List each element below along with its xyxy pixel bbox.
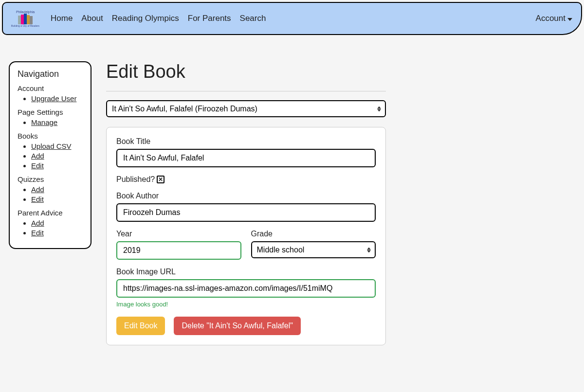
brand-top-text: Philadelphia	[16, 10, 35, 14]
sidebar: Navigation Account Upgrade User Page Set…	[9, 61, 91, 249]
sidebar-item-upload-csv[interactable]: Upload CSV	[31, 142, 72, 150]
sidebar-section-books: Books	[18, 132, 83, 140]
sidebar-title: Navigation	[18, 69, 83, 79]
top-navbar: Philadelphia Building a City of Readers …	[2, 2, 582, 35]
nav-links: Home About Reading Olympics For Parents …	[51, 14, 266, 23]
book-title-input[interactable]	[116, 149, 376, 167]
edit-book-button[interactable]: Edit Book	[116, 317, 165, 335]
book-author-label: Book Author	[116, 192, 376, 200]
sidebar-item-quizzes-edit[interactable]: Edit	[31, 195, 44, 203]
year-label: Year	[116, 230, 241, 238]
sidebar-section-parent-advice: Parent Advice	[18, 209, 83, 217]
book-select[interactable]: It Ain't So Awful, Falafel (Firoozeh Dum…	[106, 100, 386, 117]
account-label: Account	[536, 14, 566, 23]
account-dropdown[interactable]: Account	[536, 14, 572, 23]
sidebar-item-quizzes-add[interactable]: Add	[31, 185, 44, 194]
nav-link-search[interactable]: Search	[240, 14, 266, 23]
book-title-label: Book Title	[116, 137, 376, 146]
edit-book-form: Book Title Published? ✕ Book Author Year…	[106, 127, 386, 345]
brand-logo[interactable]: Philadelphia Building a City of Readers	[12, 7, 39, 30]
page-title: Edit Book	[106, 61, 386, 82]
year-input[interactable]	[116, 241, 241, 260]
nav-link-for-parents[interactable]: For Parents	[188, 14, 231, 23]
published-label: Published?	[116, 175, 155, 184]
grade-select[interactable]: Middle school	[251, 241, 376, 258]
sidebar-item-manage[interactable]: Manage	[31, 118, 57, 126]
nav-link-reading-olympics[interactable]: Reading Olympics	[112, 14, 179, 23]
sidebar-section-quizzes: Quizzes	[18, 175, 83, 183]
image-url-input[interactable]	[116, 279, 376, 298]
book-author-input[interactable]	[116, 203, 376, 222]
sidebar-item-parent-advice-edit[interactable]: Edit	[31, 229, 44, 237]
sidebar-item-books-add[interactable]: Add	[31, 152, 44, 160]
nav-link-home[interactable]: Home	[51, 14, 73, 23]
sidebar-item-parent-advice-add[interactable]: Add	[31, 219, 44, 227]
image-url-label: Book Image URL	[116, 267, 376, 276]
chevron-down-icon	[567, 18, 572, 21]
main-content: Edit Book It Ain't So Awful, Falafel (Fi…	[106, 61, 386, 345]
divider	[106, 91, 386, 91]
brand-books-icon	[18, 14, 33, 24]
sidebar-item-books-edit[interactable]: Edit	[31, 161, 44, 170]
published-checkbox[interactable]: ✕	[157, 176, 164, 183]
image-valid-message: Image looks good!	[116, 301, 376, 308]
sidebar-section-page-settings: Page Settings	[18, 108, 83, 116]
delete-book-button[interactable]: Delete "It Ain't So Awful, Falafel"	[174, 317, 300, 335]
nav-link-about[interactable]: About	[81, 14, 103, 23]
brand-bottom-text: Building a City of Readers	[11, 24, 39, 27]
book-select-wrapper: It Ain't So Awful, Falafel (Firoozeh Dum…	[106, 100, 386, 117]
grade-label: Grade	[251, 230, 376, 238]
sidebar-item-upgrade-user[interactable]: Upgrade User	[31, 94, 76, 103]
sidebar-section-account: Account	[18, 84, 83, 92]
